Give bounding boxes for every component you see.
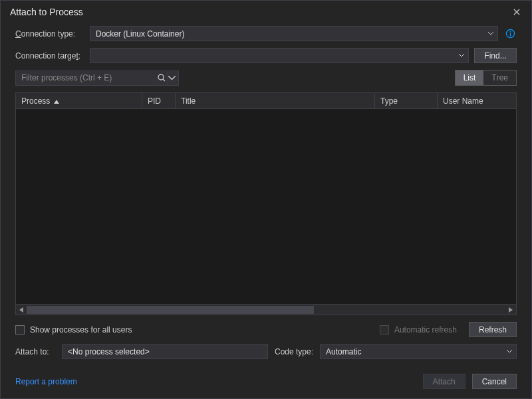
search-icon bbox=[157, 73, 166, 82]
svg-rect-2 bbox=[509, 33, 511, 37]
refresh-button[interactable]: Refresh bbox=[469, 322, 517, 337]
report-problem-link[interactable]: Report a problem bbox=[15, 377, 77, 386]
dialog-footer: Report a problem Attach Cancel bbox=[1, 368, 531, 398]
refresh-controls: Automatic refresh Refresh bbox=[380, 322, 517, 337]
attach-to-label: Attach to: bbox=[15, 347, 57, 356]
show-all-users-checkbox[interactable] bbox=[15, 325, 25, 334]
automatic-refresh-label: Automatic refresh bbox=[394, 325, 457, 334]
code-type-value: Automatic bbox=[326, 347, 361, 356]
scroll-left-arrow[interactable] bbox=[16, 305, 27, 315]
connection-target-dropdown[interactable] bbox=[90, 48, 469, 63]
find-button[interactable]: Find... bbox=[474, 48, 517, 63]
code-type-dropdown[interactable]: Automatic bbox=[320, 344, 517, 359]
column-header-title[interactable]: Title bbox=[176, 93, 375, 108]
attach-row: Attach to: <No process selected> Code ty… bbox=[15, 344, 517, 359]
column-header-type[interactable]: Type bbox=[375, 93, 438, 108]
footer-buttons: Attach Cancel bbox=[423, 374, 517, 389]
table-body-empty bbox=[16, 109, 516, 304]
close-button[interactable] bbox=[507, 5, 526, 19]
connection-type-label: Connection type: bbox=[15, 29, 84, 39]
scroll-thumb[interactable] bbox=[27, 306, 314, 314]
code-type-group: Code type: Automatic bbox=[275, 344, 517, 359]
chevron-down-icon bbox=[507, 349, 512, 354]
filter-split-button[interactable] bbox=[168, 71, 176, 85]
attach-button: Attach bbox=[423, 374, 466, 389]
svg-point-3 bbox=[158, 74, 164, 80]
dialog-title: Attach to Process bbox=[10, 7, 83, 17]
column-header-pid[interactable]: PID bbox=[142, 93, 176, 108]
titlebar: Attach to Process bbox=[1, 1, 531, 23]
attach-to-value: <No process selected> bbox=[68, 347, 150, 356]
automatic-refresh-checkbox bbox=[380, 325, 389, 334]
dialog-content: Connection type: Docker (Linux Container… bbox=[1, 23, 531, 368]
scroll-right-arrow[interactable] bbox=[505, 305, 516, 315]
filter-placeholder: Filter processes (Ctrl + E) bbox=[21, 73, 157, 82]
filter-row: Filter processes (Ctrl + E) List Tree bbox=[15, 70, 517, 86]
code-type-label: Code type: bbox=[275, 347, 313, 356]
svg-point-1 bbox=[509, 31, 511, 33]
options-row: Show processes for all users Automatic r… bbox=[15, 322, 517, 337]
connection-type-dropdown[interactable]: Docker (Linux Container) bbox=[90, 26, 498, 41]
close-icon bbox=[513, 9, 520, 15]
attach-to-field[interactable]: <No process selected> bbox=[62, 344, 268, 359]
scroll-track[interactable] bbox=[27, 305, 505, 315]
connection-target-row: Connection target: Find... bbox=[15, 48, 517, 63]
chevron-down-icon bbox=[459, 53, 464, 59]
connection-type-value: Docker (Linux Container) bbox=[96, 29, 184, 39]
view-toggle-group: List Tree bbox=[455, 70, 517, 86]
info-icon[interactable] bbox=[503, 29, 517, 39]
show-all-users-label: Show processes for all users bbox=[30, 325, 132, 334]
horizontal-scrollbar[interactable] bbox=[16, 304, 516, 315]
connection-type-row: Connection type: Docker (Linux Container… bbox=[15, 26, 517, 41]
connection-target-label: Connection target: bbox=[15, 51, 84, 61]
attach-to-group: Attach to: <No process selected> bbox=[15, 344, 268, 359]
filter-processes-input[interactable]: Filter processes (Ctrl + E) bbox=[15, 70, 179, 86]
automatic-refresh-group: Automatic refresh bbox=[380, 325, 457, 334]
column-header-process[interactable]: Process bbox=[16, 93, 142, 108]
cancel-button[interactable]: Cancel bbox=[472, 374, 517, 389]
table-header: Process PID Title Type User Name bbox=[16, 93, 516, 109]
column-header-user[interactable]: User Name bbox=[438, 93, 516, 108]
sort-ascending-icon bbox=[54, 96, 59, 106]
chevron-down-icon bbox=[488, 31, 493, 37]
process-table: Process PID Title Type User Name bbox=[15, 92, 517, 315]
show-all-users-group: Show processes for all users bbox=[15, 325, 132, 334]
tree-view-toggle[interactable]: Tree bbox=[483, 70, 516, 85]
list-view-toggle[interactable]: List bbox=[456, 70, 484, 85]
attach-to-process-dialog: Attach to Process Connection type: Docke… bbox=[0, 0, 532, 399]
